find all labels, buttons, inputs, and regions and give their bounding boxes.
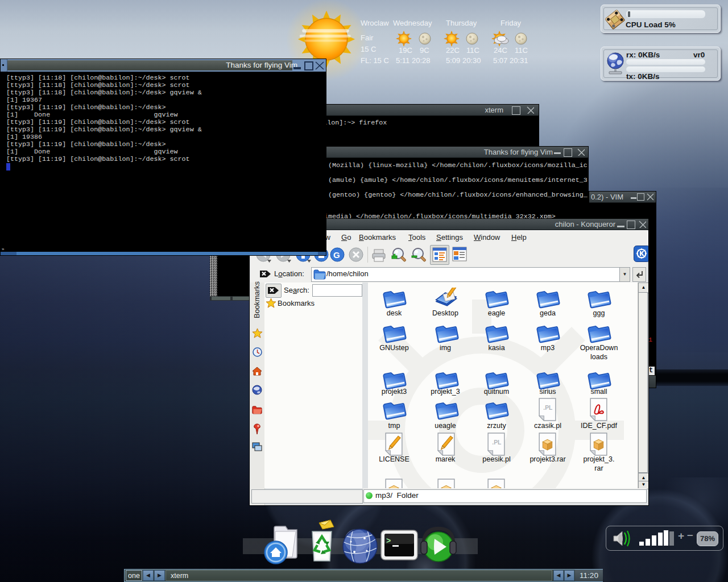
svg-text:>: > [386,537,391,546]
svg-text:G: G [333,250,340,260]
